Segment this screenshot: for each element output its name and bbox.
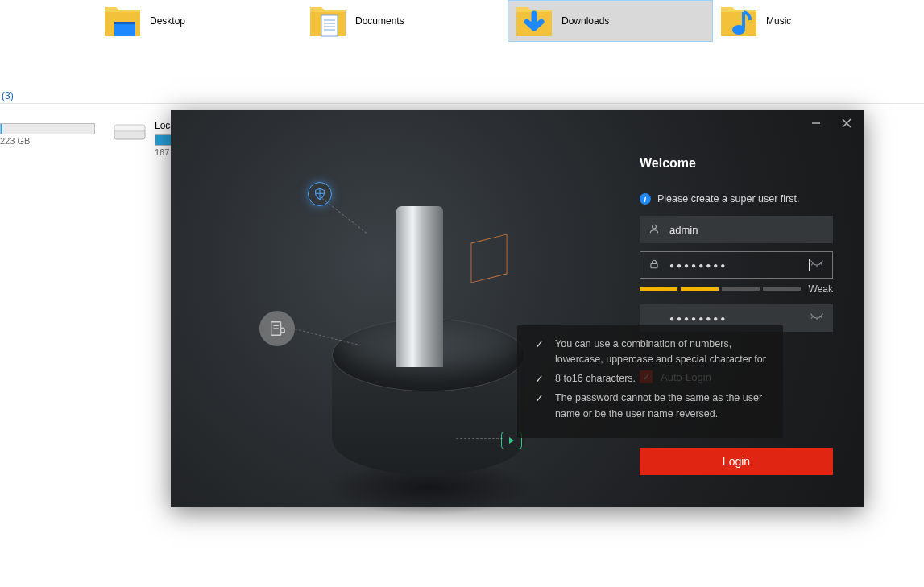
titlebar	[807, 114, 856, 132]
svg-line-21	[821, 263, 822, 265]
svg-rect-7	[532, 12, 537, 23]
desktop-folder-icon	[103, 4, 142, 38]
rule-text: 8 to16 characters.	[555, 371, 636, 387]
drives-section-header[interactable]: (3)	[0, 89, 924, 104]
close-button[interactable]	[838, 114, 856, 132]
form-title: Welcome	[640, 156, 833, 171]
folder-label: Desktop	[150, 15, 185, 27]
folder-item-downloads[interactable]: Downloads	[508, 0, 713, 42]
svg-rect-10	[114, 125, 145, 131]
password-field[interactable]: ●●●●●●●●	[640, 251, 833, 279]
svg-rect-1	[114, 22, 135, 24]
lock-icon	[648, 258, 661, 272]
info-icon: i	[640, 193, 651, 205]
hint-text: Please create a super user first.	[657, 193, 799, 205]
check-icon: ✓	[535, 372, 544, 387]
username-input[interactable]	[669, 224, 824, 236]
svg-line-22	[811, 316, 813, 318]
check-icon: ✓	[535, 337, 544, 368]
documents-folder-icon	[309, 4, 347, 38]
svg-rect-18	[651, 263, 657, 267]
strength-label: Weak	[809, 283, 833, 295]
svg-point-8	[732, 25, 745, 35]
username-field[interactable]	[640, 216, 833, 243]
hdd-icon	[113, 120, 147, 144]
drive-usage-bar	[0, 123, 95, 134]
svg-rect-14	[271, 322, 281, 336]
login-button[interactable]: Login	[640, 448, 833, 475]
section-count: (3)	[2, 90, 14, 101]
login-dialog: ✓You can use a combination of numbers, l…	[171, 110, 864, 507]
password-masked: ●●●●●●●●	[669, 261, 810, 270]
rule-text: You can use a combination of numbers, lo…	[555, 337, 769, 368]
svg-line-24	[821, 316, 822, 318]
eye-closed-icon[interactable]	[810, 312, 824, 325]
folder-label: Downloads	[561, 15, 609, 27]
folder-label: Documents	[355, 15, 404, 27]
document-bell-icon	[259, 311, 295, 346]
eye-closed-icon[interactable]	[810, 258, 824, 272]
rule-text: The password cannot be the same as the u…	[555, 391, 769, 422]
music-folder-icon	[719, 4, 758, 38]
downloads-folder-icon	[515, 4, 553, 38]
svg-point-17	[653, 225, 657, 229]
cube-icon	[471, 234, 508, 283]
password-strength-meter: Weak	[640, 283, 833, 295]
folder-item-desktop[interactable]: Desktop	[97, 0, 302, 42]
form-hint: i Please create a super user first.	[640, 193, 833, 205]
minimize-button[interactable]	[807, 114, 825, 132]
quick-access-row: Desktop Documents	[0, 0, 924, 42]
svg-line-19	[811, 263, 813, 265]
folder-label: Music	[766, 15, 791, 27]
drive-item-0[interactable]: 223 GB	[0, 120, 95, 146]
folder-item-music[interactable]: Music	[713, 0, 918, 42]
check-icon: ✓	[535, 391, 544, 422]
folder-item-documents[interactable]: Documents	[302, 0, 508, 42]
password-rules-tooltip: ✓You can use a combination of numbers, l…	[517, 325, 783, 438]
drive-free-text: 223 GB	[0, 136, 95, 146]
svg-rect-2	[321, 15, 338, 36]
shield-icon	[308, 182, 332, 206]
confirm-password-masked: ●●●●●●●●	[669, 314, 810, 323]
user-icon	[648, 223, 661, 237]
